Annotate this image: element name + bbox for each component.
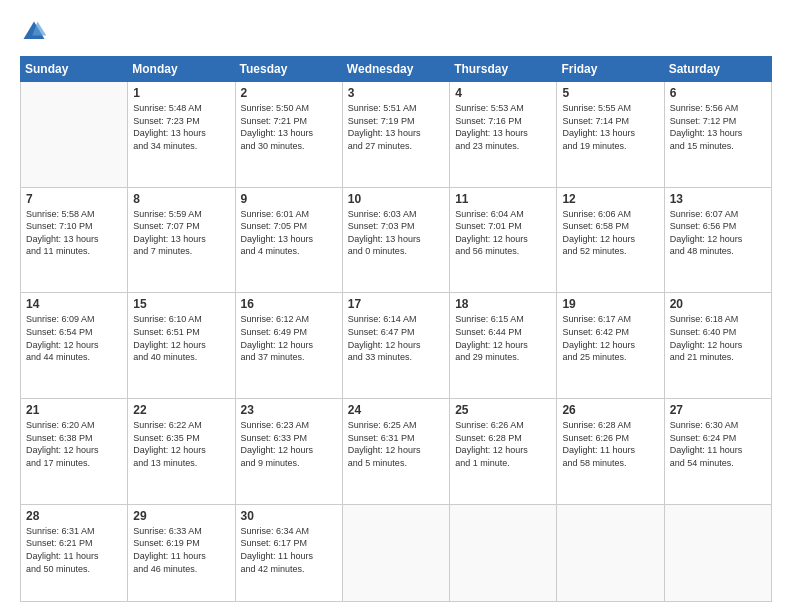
day-info: Sunrise: 6:30 AM Sunset: 6:24 PM Dayligh… bbox=[670, 419, 766, 469]
day-info: Sunrise: 6:03 AM Sunset: 7:03 PM Dayligh… bbox=[348, 208, 444, 258]
calendar-cell: 2Sunrise: 5:50 AM Sunset: 7:21 PM Daylig… bbox=[235, 82, 342, 188]
day-number: 20 bbox=[670, 297, 766, 311]
day-info: Sunrise: 6:10 AM Sunset: 6:51 PM Dayligh… bbox=[133, 313, 229, 363]
day-info: Sunrise: 6:23 AM Sunset: 6:33 PM Dayligh… bbox=[241, 419, 337, 469]
calendar-cell bbox=[557, 504, 664, 601]
day-number: 14 bbox=[26, 297, 122, 311]
calendar-cell: 29Sunrise: 6:33 AM Sunset: 6:19 PM Dayli… bbox=[128, 504, 235, 601]
calendar-cell: 8Sunrise: 5:59 AM Sunset: 7:07 PM Daylig… bbox=[128, 187, 235, 293]
calendar-week-5: 28Sunrise: 6:31 AM Sunset: 6:21 PM Dayli… bbox=[21, 504, 772, 601]
day-info: Sunrise: 6:26 AM Sunset: 6:28 PM Dayligh… bbox=[455, 419, 551, 469]
calendar-table: SundayMondayTuesdayWednesdayThursdayFrid… bbox=[20, 56, 772, 602]
calendar-cell bbox=[21, 82, 128, 188]
weekday-header-thursday: Thursday bbox=[450, 57, 557, 82]
day-info: Sunrise: 6:12 AM Sunset: 6:49 PM Dayligh… bbox=[241, 313, 337, 363]
day-info: Sunrise: 6:17 AM Sunset: 6:42 PM Dayligh… bbox=[562, 313, 658, 363]
calendar-cell: 15Sunrise: 6:10 AM Sunset: 6:51 PM Dayli… bbox=[128, 293, 235, 399]
calendar-cell: 13Sunrise: 6:07 AM Sunset: 6:56 PM Dayli… bbox=[664, 187, 771, 293]
calendar-cell: 20Sunrise: 6:18 AM Sunset: 6:40 PM Dayli… bbox=[664, 293, 771, 399]
day-number: 29 bbox=[133, 509, 229, 523]
header bbox=[20, 18, 772, 46]
weekday-header-row: SundayMondayTuesdayWednesdayThursdayFrid… bbox=[21, 57, 772, 82]
calendar-week-3: 14Sunrise: 6:09 AM Sunset: 6:54 PM Dayli… bbox=[21, 293, 772, 399]
day-number: 24 bbox=[348, 403, 444, 417]
day-number: 25 bbox=[455, 403, 551, 417]
weekday-header-sunday: Sunday bbox=[21, 57, 128, 82]
calendar-cell: 7Sunrise: 5:58 AM Sunset: 7:10 PM Daylig… bbox=[21, 187, 128, 293]
calendar-cell: 12Sunrise: 6:06 AM Sunset: 6:58 PM Dayli… bbox=[557, 187, 664, 293]
weekday-header-monday: Monday bbox=[128, 57, 235, 82]
day-info: Sunrise: 6:01 AM Sunset: 7:05 PM Dayligh… bbox=[241, 208, 337, 258]
calendar-cell: 26Sunrise: 6:28 AM Sunset: 6:26 PM Dayli… bbox=[557, 399, 664, 505]
day-number: 15 bbox=[133, 297, 229, 311]
day-number: 5 bbox=[562, 86, 658, 100]
calendar-cell: 22Sunrise: 6:22 AM Sunset: 6:35 PM Dayli… bbox=[128, 399, 235, 505]
day-number: 4 bbox=[455, 86, 551, 100]
day-number: 23 bbox=[241, 403, 337, 417]
day-info: Sunrise: 6:22 AM Sunset: 6:35 PM Dayligh… bbox=[133, 419, 229, 469]
day-number: 21 bbox=[26, 403, 122, 417]
day-info: Sunrise: 5:56 AM Sunset: 7:12 PM Dayligh… bbox=[670, 102, 766, 152]
day-info: Sunrise: 6:07 AM Sunset: 6:56 PM Dayligh… bbox=[670, 208, 766, 258]
day-number: 3 bbox=[348, 86, 444, 100]
calendar-week-2: 7Sunrise: 5:58 AM Sunset: 7:10 PM Daylig… bbox=[21, 187, 772, 293]
day-info: Sunrise: 6:33 AM Sunset: 6:19 PM Dayligh… bbox=[133, 525, 229, 575]
weekday-header-wednesday: Wednesday bbox=[342, 57, 449, 82]
calendar-cell: 25Sunrise: 6:26 AM Sunset: 6:28 PM Dayli… bbox=[450, 399, 557, 505]
calendar-cell: 28Sunrise: 6:31 AM Sunset: 6:21 PM Dayli… bbox=[21, 504, 128, 601]
calendar-cell bbox=[450, 504, 557, 601]
calendar-cell: 1Sunrise: 5:48 AM Sunset: 7:23 PM Daylig… bbox=[128, 82, 235, 188]
day-info: Sunrise: 6:04 AM Sunset: 7:01 PM Dayligh… bbox=[455, 208, 551, 258]
day-info: Sunrise: 5:48 AM Sunset: 7:23 PM Dayligh… bbox=[133, 102, 229, 152]
day-info: Sunrise: 6:06 AM Sunset: 6:58 PM Dayligh… bbox=[562, 208, 658, 258]
day-number: 18 bbox=[455, 297, 551, 311]
calendar-week-1: 1Sunrise: 5:48 AM Sunset: 7:23 PM Daylig… bbox=[21, 82, 772, 188]
weekday-header-friday: Friday bbox=[557, 57, 664, 82]
calendar-cell: 24Sunrise: 6:25 AM Sunset: 6:31 PM Dayli… bbox=[342, 399, 449, 505]
calendar-cell: 19Sunrise: 6:17 AM Sunset: 6:42 PM Dayli… bbox=[557, 293, 664, 399]
day-number: 30 bbox=[241, 509, 337, 523]
day-number: 27 bbox=[670, 403, 766, 417]
calendar-cell bbox=[342, 504, 449, 601]
day-number: 7 bbox=[26, 192, 122, 206]
day-info: Sunrise: 6:14 AM Sunset: 6:47 PM Dayligh… bbox=[348, 313, 444, 363]
logo bbox=[20, 18, 52, 46]
day-info: Sunrise: 5:55 AM Sunset: 7:14 PM Dayligh… bbox=[562, 102, 658, 152]
day-number: 19 bbox=[562, 297, 658, 311]
calendar-cell bbox=[664, 504, 771, 601]
day-info: Sunrise: 6:34 AM Sunset: 6:17 PM Dayligh… bbox=[241, 525, 337, 575]
day-info: Sunrise: 6:31 AM Sunset: 6:21 PM Dayligh… bbox=[26, 525, 122, 575]
calendar-week-4: 21Sunrise: 6:20 AM Sunset: 6:38 PM Dayli… bbox=[21, 399, 772, 505]
calendar-cell: 14Sunrise: 6:09 AM Sunset: 6:54 PM Dayli… bbox=[21, 293, 128, 399]
calendar-cell: 6Sunrise: 5:56 AM Sunset: 7:12 PM Daylig… bbox=[664, 82, 771, 188]
day-info: Sunrise: 5:53 AM Sunset: 7:16 PM Dayligh… bbox=[455, 102, 551, 152]
day-number: 28 bbox=[26, 509, 122, 523]
calendar-cell: 9Sunrise: 6:01 AM Sunset: 7:05 PM Daylig… bbox=[235, 187, 342, 293]
day-number: 6 bbox=[670, 86, 766, 100]
calendar-cell: 4Sunrise: 5:53 AM Sunset: 7:16 PM Daylig… bbox=[450, 82, 557, 188]
calendar-cell: 23Sunrise: 6:23 AM Sunset: 6:33 PM Dayli… bbox=[235, 399, 342, 505]
calendar-cell: 27Sunrise: 6:30 AM Sunset: 6:24 PM Dayli… bbox=[664, 399, 771, 505]
calendar-cell: 30Sunrise: 6:34 AM Sunset: 6:17 PM Dayli… bbox=[235, 504, 342, 601]
day-number: 12 bbox=[562, 192, 658, 206]
day-number: 17 bbox=[348, 297, 444, 311]
calendar-cell: 16Sunrise: 6:12 AM Sunset: 6:49 PM Dayli… bbox=[235, 293, 342, 399]
calendar-cell: 5Sunrise: 5:55 AM Sunset: 7:14 PM Daylig… bbox=[557, 82, 664, 188]
day-number: 13 bbox=[670, 192, 766, 206]
day-info: Sunrise: 6:18 AM Sunset: 6:40 PM Dayligh… bbox=[670, 313, 766, 363]
calendar-cell: 3Sunrise: 5:51 AM Sunset: 7:19 PM Daylig… bbox=[342, 82, 449, 188]
day-info: Sunrise: 6:25 AM Sunset: 6:31 PM Dayligh… bbox=[348, 419, 444, 469]
day-info: Sunrise: 5:58 AM Sunset: 7:10 PM Dayligh… bbox=[26, 208, 122, 258]
weekday-header-tuesday: Tuesday bbox=[235, 57, 342, 82]
page: SundayMondayTuesdayWednesdayThursdayFrid… bbox=[0, 0, 792, 612]
day-number: 10 bbox=[348, 192, 444, 206]
day-number: 11 bbox=[455, 192, 551, 206]
calendar-cell: 21Sunrise: 6:20 AM Sunset: 6:38 PM Dayli… bbox=[21, 399, 128, 505]
day-number: 26 bbox=[562, 403, 658, 417]
day-number: 8 bbox=[133, 192, 229, 206]
day-number: 1 bbox=[133, 86, 229, 100]
day-number: 2 bbox=[241, 86, 337, 100]
day-number: 22 bbox=[133, 403, 229, 417]
day-info: Sunrise: 6:15 AM Sunset: 6:44 PM Dayligh… bbox=[455, 313, 551, 363]
day-number: 9 bbox=[241, 192, 337, 206]
